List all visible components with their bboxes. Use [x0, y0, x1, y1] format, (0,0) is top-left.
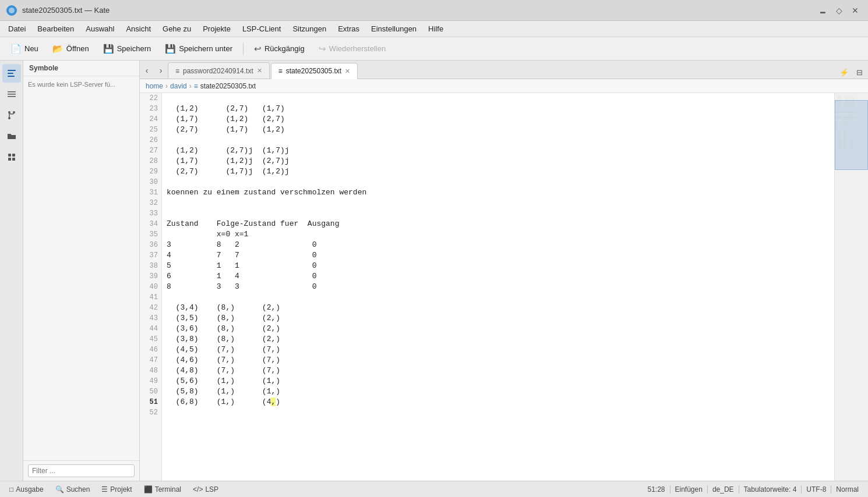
sidebar-filter — [23, 460, 139, 481]
menu-auswahl[interactable]: Auswahl — [80, 23, 120, 35]
tab-split-button[interactable]: ⊟ — [853, 66, 866, 79]
code-editor[interactable]: 2223242526272829303132333435363738394041… — [140, 93, 868, 481]
tab-close-1[interactable]: ✕ — [257, 68, 262, 74]
tab-prev-button[interactable]: ‹ — [140, 62, 154, 79]
status-terminal[interactable]: ⬛ Terminal — [140, 484, 185, 495]
sidebar-title: Symbole — [23, 61, 139, 76]
status-project-label: Projekt — [110, 485, 132, 494]
search-icon: 🔍 — [55, 485, 64, 494]
line-num-44: 44 — [142, 324, 158, 334]
tab-next-button[interactable]: › — [154, 62, 168, 79]
open-button[interactable]: 📂 Öffnen — [47, 41, 95, 56]
line-num-50: 50 — [142, 386, 158, 397]
tab-close-2[interactable]: ✕ — [345, 68, 350, 74]
code-line-49: (5,6) (1,) (1,) — [167, 376, 830, 386]
line-num-39: 39 — [142, 271, 158, 282]
status-locale[interactable]: de_DE — [709, 484, 738, 495]
output-icon: □ — [9, 485, 13, 494]
tab-label-1: password20240914.txt — [183, 67, 253, 75]
main-layout: Symbole Es wurde kein LSP-Server fü... ‹… — [0, 61, 868, 481]
line-num-49: 49 — [142, 376, 158, 386]
menu-bearbeiten[interactable]: Bearbeiten — [31, 23, 80, 35]
toolbar: 📄 Neu 📂 Öffnen 💾 Speichern 💾 Speichern u… — [0, 37, 868, 61]
line-num-52: 52 — [142, 407, 158, 418]
svg-rect-14 — [12, 158, 15, 161]
close-button[interactable]: ✕ — [848, 3, 862, 17]
sidebar-icon-list[interactable] — [2, 85, 21, 104]
editor-area: ‹ › ≡ password20240914.txt ✕ ≡ state2025… — [140, 61, 868, 481]
status-insert-mode[interactable]: Einfügen — [672, 484, 706, 495]
save-as-icon: 💾 — [165, 44, 176, 54]
code-line-27: (1,2) (2,7)j (1,7)j — [167, 145, 830, 156]
menu-ansicht[interactable]: Ansicht — [120, 23, 157, 35]
status-tab-width[interactable]: Tabulatorweite: 4 — [740, 484, 800, 495]
sidebar-icon-symbols[interactable] — [2, 64, 21, 83]
save-as-button[interactable]: 💾 Speichern unter — [159, 41, 238, 56]
sidebar-icon-git[interactable] — [2, 106, 21, 125]
tab-state[interactable]: ≡ state20250305.txt ✕ — [271, 63, 358, 79]
status-sep-2 — [707, 485, 708, 494]
code-line-29: (2,7) (1,7)j (1,2)j — [167, 166, 830, 177]
breadcrumb-david[interactable]: david — [170, 82, 187, 90]
line-num-33: 33 — [142, 208, 158, 219]
line-num-34: 34 — [142, 219, 158, 229]
undo-icon: ↩ — [254, 44, 262, 54]
menu-datei[interactable]: Datei — [2, 23, 31, 35]
menu-lsp-client[interactable]: LSP-CLient — [237, 23, 287, 35]
breadcrumb-file: state20250305.txt — [200, 82, 256, 90]
menu-projekte[interactable]: Projekte — [197, 23, 237, 35]
code-line-26 — [167, 135, 830, 145]
sidebar-icon-plugin[interactable] — [2, 148, 21, 166]
menu-hilfe[interactable]: Hilfe — [422, 23, 449, 35]
line-num-51: 51 — [142, 397, 158, 407]
menu-einstellungen[interactable]: Einstellungen — [365, 23, 422, 35]
breadcrumb-sep-1: › — [165, 82, 168, 90]
undo-button[interactable]: ↩ Rückgängig — [248, 41, 310, 56]
redo-icon: ↪ — [319, 44, 326, 54]
minimap[interactable]: (1,2) (2,7) (1,7) (1,7) (1,2) (2,7) (2,7… — [834, 93, 868, 481]
code-line-47: (4,6) (7,) (7,) — [167, 355, 830, 365]
status-search[interactable]: 🔍 Suchen — [52, 484, 94, 495]
line-num-36: 36 — [142, 240, 158, 250]
status-project[interactable]: ☰ Projekt — [98, 484, 135, 495]
sidebar-icon-folder[interactable] — [2, 127, 21, 145]
line-num-31: 31 — [142, 187, 158, 198]
redo-button[interactable]: ↪ Wiederherstellen — [313, 41, 392, 56]
tab-bar: ‹ › ≡ password20240914.txt ✕ ≡ state2025… — [140, 61, 868, 79]
code-line-22 — [167, 93, 830, 104]
code-line-24: (1,7) (1,2) (2,7) — [167, 114, 830, 125]
menu-gehe-zu[interactable]: Gehe zu — [157, 23, 197, 35]
breadcrumb-icon: ≡ — [194, 82, 198, 90]
line-num-45: 45 — [142, 334, 158, 345]
tab-bar-right: ⚡ ⊟ — [838, 66, 868, 79]
status-encoding[interactable]: UTF-8 — [803, 484, 830, 495]
status-terminal-label: Terminal — [155, 485, 181, 494]
breadcrumb-sep-2: › — [189, 82, 192, 90]
toolbar-sep-1 — [243, 42, 244, 55]
menu-extras[interactable]: Extras — [332, 23, 365, 35]
status-sep-4 — [801, 485, 802, 494]
insert-mode-value: Einfügen — [675, 485, 703, 494]
line-num-40: 40 — [142, 282, 158, 292]
status-mode[interactable]: Normal — [832, 484, 862, 495]
sidebar-panel: Symbole Es wurde kein LSP-Server fü... — [23, 61, 140, 481]
save-button[interactable]: 💾 Speichern — [97, 41, 157, 56]
code-content[interactable]: (1,2) (2,7) (1,7) (1,7) (1,2) (2,7) (2,7… — [162, 93, 834, 481]
menu-sitzungen[interactable]: Sitzungen — [287, 23, 332, 35]
code-line-34: Zustand Folge-Zustand fuer Ausgang — [167, 219, 830, 229]
new-button[interactable]: 📄 Neu — [5, 41, 44, 56]
status-lsp[interactable]: </> LSP — [189, 484, 222, 495]
breadcrumb-home[interactable]: home — [146, 82, 163, 90]
status-output[interactable]: □ Ausgabe — [6, 484, 47, 495]
line-numbers: 2223242526272829303132333435363738394041… — [140, 93, 162, 481]
filter-input[interactable] — [28, 464, 135, 477]
tab-power-button[interactable]: ⚡ — [838, 66, 851, 79]
status-output-label: Ausgabe — [16, 485, 43, 494]
code-line-41 — [167, 292, 830, 303]
code-line-23: (1,2) (2,7) (1,7) — [167, 104, 830, 114]
status-cursor-pos[interactable]: 51:28 — [644, 484, 668, 495]
restore-button[interactable]: ◇ — [832, 3, 846, 17]
tab-file-icon-1: ≡ — [175, 67, 179, 75]
tab-password[interactable]: ≡ password20240914.txt ✕ — [168, 62, 270, 79]
minimize-button[interactable]: 🗕 — [816, 3, 830, 17]
